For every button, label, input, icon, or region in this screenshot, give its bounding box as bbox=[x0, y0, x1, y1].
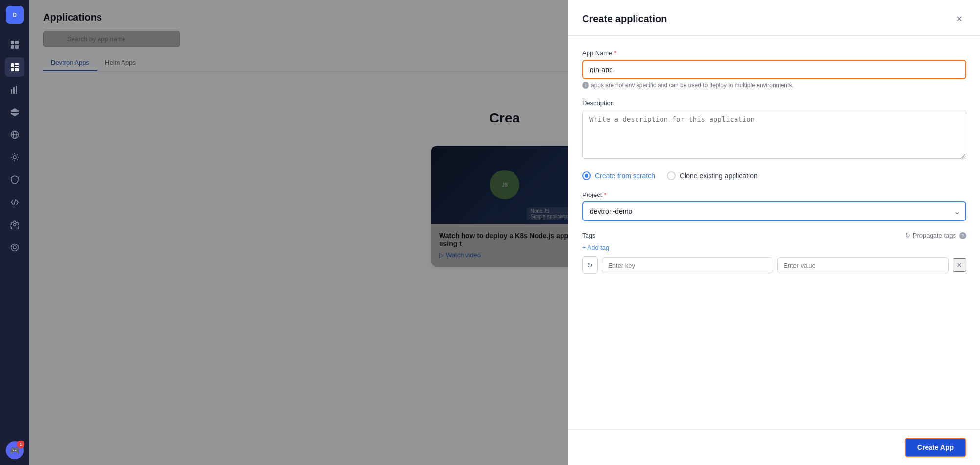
tag-remove-button[interactable]: × bbox=[953, 258, 966, 272]
modal-close-button[interactable]: × bbox=[953, 12, 966, 25]
discord-notification-badge: 1 bbox=[17, 441, 24, 448]
app-name-group: App Name * i apps are not env specific a… bbox=[582, 49, 966, 89]
svg-point-24 bbox=[13, 246, 16, 249]
svg-rect-7 bbox=[15, 63, 19, 65]
tags-header: Tags ↻ Propagate tags ? bbox=[582, 232, 966, 239]
sidebar-item-chart[interactable] bbox=[5, 80, 24, 99]
tag-reset-button[interactable]: ↻ bbox=[582, 256, 598, 274]
app-name-label: App Name * bbox=[582, 49, 966, 57]
svg-rect-16 bbox=[11, 113, 19, 114]
radio-create-from-scratch[interactable]: Create from scratch bbox=[582, 171, 655, 180]
description-textarea[interactable] bbox=[582, 110, 966, 159]
project-select[interactable]: devtron-demo default staging production bbox=[582, 201, 966, 221]
sidebar-item-settings[interactable] bbox=[5, 147, 24, 167]
sidebar-item-dashboard[interactable] bbox=[5, 35, 24, 54]
sidebar-item-code[interactable] bbox=[5, 193, 24, 212]
tags-label: Tags bbox=[582, 232, 595, 239]
tag-value-input[interactable] bbox=[777, 257, 949, 273]
sidebar-item-plugin[interactable] bbox=[5, 238, 24, 257]
radio-clone-existing[interactable]: Clone existing application bbox=[667, 171, 758, 180]
svg-rect-4 bbox=[11, 45, 14, 49]
description-group: Description bbox=[582, 99, 966, 161]
sidebar-item-stack[interactable] bbox=[5, 102, 24, 122]
sidebar-item-gear[interactable] bbox=[5, 215, 24, 235]
propagate-tags-button[interactable]: ↻ Propagate tags ? bbox=[905, 232, 966, 239]
modal-body: App Name * i apps are not env specific a… bbox=[568, 36, 980, 429]
svg-line-21 bbox=[14, 199, 16, 205]
modal-title: Create application bbox=[582, 13, 667, 24]
svg-rect-5 bbox=[15, 45, 19, 49]
main-content: Applications 🔍 Search by app name Devtro… bbox=[29, 0, 980, 465]
project-select-wrapper: devtron-demo default staging production … bbox=[582, 201, 966, 221]
modal-overlay: Create application × App Name * i apps bbox=[29, 0, 980, 465]
svg-rect-3 bbox=[15, 41, 19, 44]
radio-label-clone: Clone existing application bbox=[680, 172, 758, 180]
svg-rect-2 bbox=[11, 41, 14, 44]
creation-type-radio-group: Create from scratch Clone existing appli… bbox=[582, 171, 966, 180]
svg-rect-6 bbox=[11, 63, 14, 67]
svg-text:D: D bbox=[13, 12, 16, 18]
tag-row: ↻ × bbox=[582, 256, 966, 274]
sidebar-logo[interactable]: D bbox=[6, 6, 24, 24]
propagate-tags-help-icon: ? bbox=[959, 232, 966, 239]
close-icon: × bbox=[956, 13, 962, 24]
radio-label-scratch: Create from scratch bbox=[595, 172, 655, 180]
radio-circle-scratch bbox=[582, 171, 591, 180]
add-tag-button[interactable]: + Add tag bbox=[582, 244, 966, 251]
project-label: Project * bbox=[582, 191, 966, 198]
svg-rect-15 bbox=[11, 110, 19, 112]
modal-header: Create application × bbox=[568, 0, 980, 36]
tags-group: Tags ↻ Propagate tags ? + Add tag ↻ bbox=[582, 232, 966, 274]
create-app-button[interactable]: Create App bbox=[905, 438, 966, 457]
description-label: Description bbox=[582, 99, 966, 107]
modal-panel: Create application × App Name * i apps bbox=[568, 0, 980, 465]
propagate-tags-icon: ↻ bbox=[905, 232, 910, 239]
svg-rect-9 bbox=[11, 68, 14, 71]
required-star: * bbox=[614, 49, 616, 57]
svg-point-22 bbox=[14, 224, 16, 226]
svg-rect-12 bbox=[13, 87, 15, 94]
modal-footer: Create App bbox=[568, 429, 980, 465]
svg-point-20 bbox=[13, 156, 16, 159]
sidebar-bottom: 🎮 1 bbox=[6, 441, 24, 459]
radio-circle-clone bbox=[667, 171, 676, 180]
svg-rect-11 bbox=[11, 89, 12, 94]
sidebar: D bbox=[0, 0, 29, 465]
discord-button[interactable]: 🎮 1 bbox=[6, 441, 24, 459]
svg-point-23 bbox=[11, 244, 19, 251]
sidebar-item-globe[interactable] bbox=[5, 125, 24, 145]
svg-rect-8 bbox=[15, 66, 19, 67]
project-required-star: * bbox=[604, 191, 606, 198]
project-group: Project * devtron-demo default staging p… bbox=[582, 191, 966, 221]
hint-icon: i bbox=[582, 82, 589, 89]
app-name-input[interactable] bbox=[582, 60, 966, 79]
app-name-hint: i apps are not env specific and can be u… bbox=[582, 82, 966, 89]
svg-rect-13 bbox=[16, 86, 17, 94]
sidebar-item-security[interactable] bbox=[5, 170, 24, 190]
svg-rect-10 bbox=[15, 68, 19, 71]
sidebar-item-apps[interactable] bbox=[5, 57, 24, 77]
tag-key-input[interactable] bbox=[602, 257, 773, 273]
